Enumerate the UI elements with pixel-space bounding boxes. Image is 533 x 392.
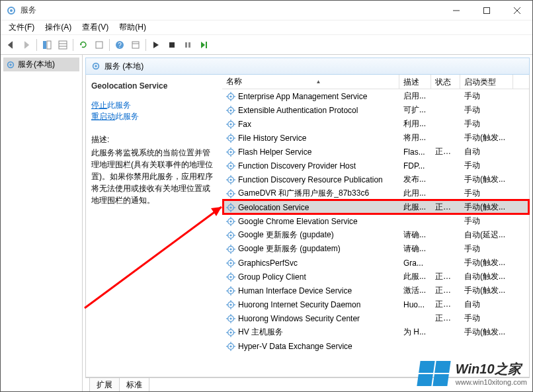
- export-button[interactable]: [92, 38, 106, 52]
- menu-view[interactable]: 查看(V): [77, 20, 114, 34]
- svg-point-127: [229, 331, 231, 333]
- service-type: 手动: [460, 188, 513, 199]
- service-row[interactable]: GraphicsPerfSvcGra...手动(触发...: [222, 256, 529, 270]
- service-icon: [226, 231, 235, 240]
- service-type: 手动: [460, 313, 513, 324]
- menu-help[interactable]: 帮助(H): [114, 20, 151, 34]
- service-icon: [226, 106, 235, 115]
- refresh-button[interactable]: [76, 38, 91, 52]
- svg-rect-6: [43, 41, 46, 49]
- services-icon: [6, 60, 15, 69]
- service-row[interactable]: Group Policy Client此服...正在...自动(触发...: [222, 270, 529, 284]
- svg-point-25: [229, 95, 231, 97]
- svg-rect-14: [132, 42, 139, 48]
- pause-service-button[interactable]: [181, 38, 195, 52]
- service-row[interactable]: Function Discovery Resource Publication发…: [222, 173, 529, 186]
- export-list-button[interactable]: [56, 38, 70, 52]
- service-desc: 将用...: [399, 132, 431, 143]
- svg-rect-16: [169, 42, 175, 48]
- svg-point-121: [229, 317, 231, 319]
- col-header-status[interactable]: 状态: [431, 75, 460, 89]
- service-row[interactable]: Fax利用...手动: [222, 117, 529, 131]
- restart-suffix: 此服务: [115, 112, 139, 121]
- service-desc: 此用...: [399, 188, 431, 199]
- col-header-desc[interactable]: 描述: [399, 75, 431, 89]
- service-row[interactable]: Google Chrome Elevation Service手动: [222, 214, 529, 228]
- service-row[interactable]: Huorong Internet Security DaemonHuo...正在…: [222, 297, 529, 311]
- service-row[interactable]: Function Discovery Provider HostFDP...手动: [222, 159, 529, 173]
- service-row[interactable]: Flash Helper ServiceFlas...正在...自动: [222, 145, 529, 159]
- service-type: 自动: [460, 299, 513, 310]
- watermark-title: Win10之家: [456, 360, 527, 378]
- forward-button[interactable]: [19, 38, 34, 52]
- stop-service-link[interactable]: 停止: [91, 100, 107, 110]
- service-type: 自动(延迟...: [460, 229, 513, 241]
- service-row[interactable]: Geolocation Service此服...正在...手动(触发...: [222, 200, 529, 214]
- stop-service-button[interactable]: [165, 38, 179, 52]
- toolbar: ?: [1, 35, 532, 55]
- menu-file[interactable]: 文件(F): [3, 20, 40, 34]
- service-row[interactable]: HV 主机服务为 H...手动(触发...: [222, 325, 529, 339]
- service-icon: [226, 161, 235, 171]
- toolbar-sep: [145, 39, 146, 51]
- tab-standard[interactable]: 标准: [119, 378, 149, 392]
- minimize-button[interactable]: [441, 1, 472, 20]
- svg-point-67: [229, 192, 231, 194]
- service-icon: [226, 92, 235, 101]
- service-type: 自动: [460, 146, 513, 157]
- svg-rect-17: [185, 42, 187, 48]
- sort-asc-icon: ▲: [316, 79, 321, 85]
- service-name: Huorong Internet Security Daemon: [238, 300, 360, 309]
- service-row[interactable]: Hyper-V Data Exchange Service: [222, 339, 529, 353]
- tree-label: 服务(本地): [18, 59, 55, 70]
- svg-point-49: [229, 151, 231, 153]
- service-status: 正在...: [431, 146, 460, 157]
- properties-button[interactable]: [128, 38, 143, 52]
- list-pane: 名称▲ 描述 状态 启动类型 Enterprise App Management…: [222, 75, 529, 377]
- desc-text: 此服务将监视系统的当前位置并管理地理围栏(具有关联事件的地理位置)。如果你禁用此…: [91, 147, 217, 206]
- toolbar-sep: [73, 39, 73, 51]
- service-row[interactable]: Enterprise App Management Service启用...手动: [222, 89, 529, 103]
- titlebar-title: 服务: [20, 5, 36, 16]
- service-row[interactable]: Google 更新服务 (gupdate)请确...自动(延迟...: [222, 228, 529, 242]
- menu-action[interactable]: 操作(A): [40, 20, 77, 34]
- tree-services-local[interactable]: 服务(本地): [3, 58, 79, 71]
- right-pane: 服务 (本地) Geolocation Service 停止此服务 重启动此服务…: [83, 55, 532, 392]
- service-name: Group Policy Client: [238, 272, 306, 282]
- service-icon: [226, 147, 235, 157]
- col-header-name[interactable]: 名称▲: [222, 75, 399, 89]
- col-header-type[interactable]: 启动类型: [460, 75, 513, 89]
- service-row[interactable]: Google 更新服务 (gupdatem)请确...手动: [222, 242, 529, 256]
- svg-point-73: [229, 206, 231, 208]
- service-name: Extensible Authentication Protocol: [238, 106, 358, 115]
- tab-extended[interactable]: 扩展: [89, 378, 120, 392]
- restart-service-link[interactable]: 重启动: [91, 112, 115, 121]
- service-row[interactable]: GameDVR 和广播用户服务_87b33c6此用...手动: [222, 186, 529, 200]
- service-row[interactable]: File History Service将用...手动(触发...: [222, 131, 529, 145]
- watermark-url: www.win10xitong.com: [456, 378, 527, 386]
- service-name: Google Chrome Elevation Service: [238, 217, 358, 226]
- service-row[interactable]: Extensible Authentication Protocol可扩...手…: [222, 103, 529, 117]
- service-row[interactable]: Huorong Windows Security Center正在...手动: [222, 311, 529, 325]
- service-status: 正在...: [431, 202, 460, 213]
- service-icon: [226, 272, 235, 282]
- show-hide-console-button[interactable]: [40, 38, 54, 52]
- svg-rect-3: [484, 7, 490, 13]
- service-row[interactable]: Human Interface Device Service激活...正在...…: [222, 284, 529, 297]
- service-desc: FDP...: [399, 161, 431, 171]
- service-type: 手动(触发...: [460, 285, 513, 296]
- start-service-button[interactable]: [149, 38, 163, 52]
- maximize-button[interactable]: [472, 1, 502, 20]
- list-rows[interactable]: Enterprise App Management Service启用...手动…: [222, 89, 529, 377]
- svg-point-79: [229, 220, 231, 222]
- service-type: 手动: [460, 160, 513, 171]
- stop-suffix: 此服务: [107, 100, 131, 110]
- svg-point-55: [229, 165, 231, 167]
- svg-rect-11: [96, 42, 102, 48]
- service-desc: 启用...: [399, 91, 431, 102]
- close-button[interactable]: [502, 1, 532, 20]
- svg-point-31: [229, 109, 231, 111]
- help-button[interactable]: ?: [112, 38, 127, 52]
- back-button[interactable]: [3, 38, 18, 52]
- restart-service-button[interactable]: [196, 38, 211, 52]
